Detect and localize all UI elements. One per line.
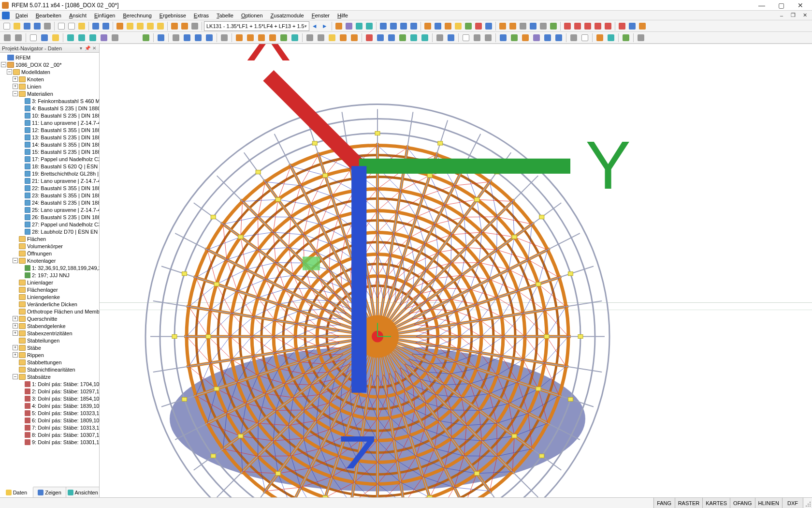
tree-g5-1[interactable]: +Rippen [0,351,99,359]
tree-knotenlager-0[interactable]: 1: 32,36,91,92,188,199,249,254; [0,264,99,271]
t2-b-icon[interactable] [13,33,24,43]
open-button[interactable] [12,21,22,31]
t2-l-icon[interactable] [156,33,166,43]
tb-sup4-icon[interactable] [528,21,538,31]
tree-material-1[interactable]: 4: Baustahl S 235 | DIN 18800:19 [0,105,99,112]
tb-l2-icon[interactable] [573,21,582,31]
menu-einfügen[interactable]: Einfügen [90,12,119,19]
paste-button[interactable] [67,21,76,31]
t2-h-icon[interactable] [87,33,98,43]
tree-material-11[interactable]: 21: Lano upravene | Z-14.7-411 [0,177,99,184]
tree-material-7[interactable]: 15: Baustahl S 235 | DIN 18800: [0,148,99,155]
print-button[interactable] [43,21,52,31]
tb-node-icon[interactable] [378,21,388,31]
tree-stabsatz-4[interactable]: 5: Dolní pás: Stäbe: 10323,1036 [0,409,99,417]
saveall-button[interactable] [32,21,42,31]
menu-datei[interactable]: Datei [12,12,32,19]
tb-sup2-icon[interactable] [508,21,518,31]
tree-stabsatz-2[interactable]: 3: Dolní pás: Stäbe: 1854,10375, [0,395,99,402]
tree-material-9[interactable]: 18: Baustahl S 620 Q | ÈSN EN 1 [0,163,99,170]
tree-material-13[interactable]: 23: Baustahl S 355 | DIN 18800: [0,192,99,199]
tree-g1-2[interactable]: Öffnungen [0,250,99,257]
menu-hilfe[interactable]: Hilfe [334,12,352,19]
undo-button[interactable] [91,21,101,31]
status-dxf[interactable]: DXF [782,498,803,508]
new-button[interactable] [2,21,12,31]
tb-edit-icon[interactable] [115,21,125,31]
t2-q-icon[interactable] [219,33,230,43]
t2-y-icon[interactable] [316,33,326,43]
tb-t7-icon[interactable] [484,21,493,31]
navigator-close-icon[interactable]: ✕ [91,45,97,51]
t2-j-icon[interactable] [110,33,120,43]
t2-t-icon[interactable] [256,33,267,43]
tree-materialien[interactable]: –Materialien [0,90,99,97]
tree-stabsatz-5[interactable]: 6: Dolní pás: Stäbe: 1809,10359, [0,417,99,424]
tree-stabsatz-6[interactable]: 7: Dolní pás: Stäbe: 10313,1035 [0,424,99,431]
tree-material-15[interactable]: 25: Lano upravene | Z-14.7-411 [0,206,99,213]
tb-res2-icon[interactable] [344,21,354,31]
tree-g3-1[interactable]: +Stabendgelenke [0,322,99,329]
tb-surf-icon[interactable] [399,21,408,31]
t2-n-icon[interactable] [182,33,192,43]
tb-grid-icon[interactable] [190,21,200,31]
t2-ab-icon[interactable] [349,33,360,43]
mdi-minimize-button[interactable]: – [776,12,787,19]
menu-bearbeiten[interactable]: Bearbeiten [32,12,65,19]
t2-ai-icon[interactable] [446,33,456,43]
tree-stabsatz-3[interactable]: 4: Dolní pás: Stäbe: 1839,10369, [0,402,99,409]
t2-ap-icon[interactable] [531,33,542,43]
menu-ergebnisse[interactable]: Ergebnisse [156,12,190,19]
loadcase-combo[interactable]: LK131 - 1.35*LF1 + 1.5*LF4 + LF13 + 1.5 … [204,21,309,31]
t2-ae-icon[interactable] [386,33,397,43]
tree-material-5[interactable]: 13: Baustahl S 235 | DIN 18800: [0,134,99,141]
tree-stabsatz-1[interactable]: 2: Dolní pás: Stäbe: 10297,1034 [0,388,99,395]
t2-e-icon[interactable] [50,33,61,43]
nav-tab-daten[interactable]: Daten [0,487,33,497]
t2-v-icon[interactable] [278,33,289,43]
tb-x2-icon[interactable] [627,21,637,31]
status-ofang[interactable]: OFANG [730,498,755,508]
viewport-3d[interactable]: X Y Z [100,44,812,497]
t2-am-icon[interactable] [498,33,508,43]
t2-z-icon[interactable] [327,33,337,43]
t2-au-icon[interactable] [594,33,605,43]
t2-g-icon[interactable] [76,33,87,43]
tb-pick-icon[interactable] [145,21,155,31]
t2-ad-icon[interactable] [375,33,386,43]
tree-g6-0[interactable]: Stabbettungen [0,359,99,366]
tree-g1-1[interactable]: Volumenkörper [0,242,99,250]
menu-berechnung[interactable]: Berechnung [119,12,155,19]
tb-l1-icon[interactable] [563,21,572,31]
t2-d-icon[interactable] [39,33,50,43]
status-hlinien[interactable]: HLINIEN [755,498,782,508]
tree-material-8[interactable]: 17: Pappel und Nadelholz C24 [0,155,99,163]
tree-g2-3[interactable]: Veränderliche Dicken [0,300,99,308]
tb-t4-icon[interactable] [453,21,463,31]
tree-material-6[interactable]: 14: Baustahl S 355 | DIN 18800: [0,141,99,148]
tree-root[interactable]: RFEM [0,54,99,61]
tb-t2-icon[interactable] [433,21,443,31]
t2-r-icon[interactable] [234,33,245,43]
tree-project[interactable]: –1086_DOX 02 _00* [0,61,99,68]
tree-knoten[interactable]: +Knoten [0,75,99,83]
tb-zoom-icon[interactable] [125,21,135,31]
tree-material-16[interactable]: 26: Baustahl S 235 | DIN 18800: [0,213,99,221]
menu-tabelle[interactable]: Tabelle [213,12,237,19]
tree-g6-1[interactable]: Stabnichtlinearitäten [0,366,99,373]
t2-k-icon[interactable] [141,33,151,43]
next-lc-button[interactable]: ► [320,21,330,31]
t2-aq-icon[interactable] [542,33,553,43]
t2-s-icon[interactable] [245,33,256,43]
menu-ansicht[interactable]: Ansicht [65,12,90,19]
close-button[interactable]: ✕ [791,0,810,11]
tree-g2-1[interactable]: Flächenlager [0,286,99,293]
t2-aa-icon[interactable] [338,33,348,43]
t2-ak-icon[interactable] [472,33,482,43]
t2-ag-icon[interactable] [408,33,419,43]
tree-g1-0[interactable]: Flächen [0,235,99,242]
tb-sup3-icon[interactable] [518,21,528,31]
tb-l5-icon[interactable] [603,21,613,31]
menu-extras[interactable]: Extras [190,12,213,19]
navigator-header[interactable]: Projekt-Navigator - Daten ▾ 📌 ✕ [0,44,99,53]
